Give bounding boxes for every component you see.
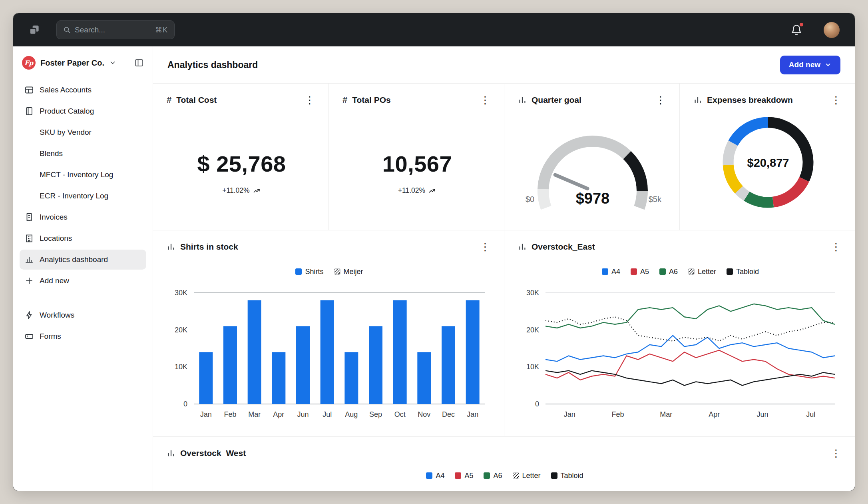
app-window: ⌘K Fp Foster Paper Co. [13,13,855,491]
kebab-menu-icon[interactable]: ⋮ [478,95,492,105]
company-switcher[interactable]: Fp Foster Paper Co. [20,54,146,74]
legend-swatch [455,472,461,479]
topbar: ⌘K [13,13,855,46]
sidebar-collapse-icon[interactable] [134,58,144,68]
legend-swatch [631,268,637,275]
sidebar-item-workflows[interactable]: Workflows [20,305,146,325]
legend-item[interactable]: Meijer [334,268,363,276]
chevron-down-icon [109,59,116,66]
sidebar-item-add-new[interactable]: Add new [20,271,146,291]
svg-text:Apr: Apr [273,410,284,418]
legend-item[interactable]: A6 [659,268,678,276]
sidebar-item-label: Forms [40,332,61,341]
sidebar-item-label: Invoices [40,213,68,222]
search-box[interactable]: ⌘K [56,20,175,39]
stat-delta: +11.02% [342,186,492,195]
legend-item[interactable]: A5 [455,472,473,480]
sidebar-item-ecr-inventory-log[interactable]: ECR - Inventory Log [20,186,146,206]
legend-item[interactable]: A5 [631,268,649,276]
quarter-goal-card: Quarter goal ⋮ $0 $5k $978 [504,84,679,230]
dashboard-grid: # Total Cost ⋮ $ 25,768 +11.02% # [153,83,855,491]
main-header: Analytics dashboard Add new [153,46,855,83]
sidebar-item-label: SKU by Vendor [40,128,92,137]
windows-overlap-icon[interactable] [28,24,40,36]
legend-item[interactable]: A4 [426,472,444,480]
legend-swatch [295,268,302,275]
overstock-east-line-chart: 010K20K30KJanFebMarAprJunJul [521,287,840,422]
legend-item[interactable]: Tabloid [551,472,583,480]
legend-swatch [688,268,695,275]
overstock-east-card: Overstock_East ⋮ A4 A5 A6 Letter Tabloid… [504,230,855,436]
search-input[interactable] [75,26,151,34]
topbar-divider [813,24,813,36]
legend-item[interactable]: A4 [602,268,620,276]
svg-text:Feb: Feb [611,410,624,418]
card-title: Expenses breakdown [707,95,793,105]
book-icon [24,106,34,116]
kebab-menu-icon[interactable]: ⋮ [829,448,843,458]
svg-text:Jul: Jul [806,410,815,418]
kebab-menu-icon[interactable]: ⋮ [829,242,843,252]
svg-text:Apr: Apr [709,410,720,418]
sidebar-item-label: ECR - Inventory Log [40,192,108,200]
hash-icon: # [342,95,347,105]
chart-legend: A4 A5 A6 Letter Tabloid [167,471,843,480]
sidebar-nav: Sales Accounts Product Catalog SKU by Ve… [20,80,146,346]
plus-icon [24,276,34,286]
svg-text:30K: 30K [175,289,187,297]
bar-chart-icon [518,96,527,104]
sidebar-item-sales-accounts[interactable]: Sales Accounts [20,80,146,100]
legend-label: Letter [522,472,541,480]
sidebar: Fp Foster Paper Co. Sales Accounts Produ… [13,46,153,491]
bar-chart-icon [167,449,175,458]
svg-text:30K: 30K [526,289,539,297]
card-title: Total Cost [176,95,217,105]
bar-chart-icon [518,242,527,251]
sidebar-item-analytics-dashboard[interactable]: Analytics dashboard [20,250,146,270]
sidebar-item-locations[interactable]: Locations [20,228,146,248]
sidebar-item-sku-by-vendor[interactable]: SKU by Vendor [20,122,146,142]
kebab-menu-icon[interactable]: ⋮ [303,95,317,105]
page-title: Analytics dashboard [167,60,258,70]
svg-text:Nov: Nov [418,410,430,418]
expenses-breakdown-card: Expenses breakdown ⋮ $20,877 [679,84,855,230]
legend-item[interactable]: Shirts [295,268,323,276]
user-avatar[interactable] [824,22,840,38]
svg-text:Oct: Oct [394,410,406,418]
shirts-in-stock-card: Shirts in stock ⋮ Shirts Meijer 010K20K3… [153,230,504,436]
legend-swatch [426,472,432,479]
sidebar-item-label: Locations [40,234,72,243]
kebab-menu-icon[interactable]: ⋮ [829,95,843,105]
sidebar-item-product-catalog[interactable]: Product Catalog [20,101,146,121]
legend-label: A5 [640,268,649,276]
legend-label: Tabloid [736,268,759,276]
svg-text:Jan: Jan [563,410,575,418]
bar-chart-icon [693,96,702,104]
sidebar-item-invoices[interactable]: Invoices [20,207,146,227]
stat-value: 10,567 [342,151,492,177]
legend-label: A6 [669,268,678,276]
company-name: Foster Paper Co. [40,58,104,68]
sidebar-item-mfct-inventory-log[interactable]: MFCT - Inventory Log [20,165,146,185]
sidebar-item-label: Product Catalog [40,107,94,116]
legend-label: Letter [698,268,716,276]
sidebar-item-forms[interactable]: Forms [20,326,146,346]
svg-text:Feb: Feb [224,410,236,418]
legend-item[interactable]: Tabloid [727,268,759,276]
notifications-bell-icon[interactable] [790,24,802,36]
sidebar-item-blends[interactable]: Blends [20,144,146,164]
legend-item[interactable]: A6 [484,472,502,480]
notification-dot [800,23,803,26]
add-new-button[interactable]: Add new [780,56,840,74]
card-title: Overstock_East [532,242,595,252]
kebab-menu-icon[interactable]: ⋮ [654,95,667,105]
nav-spacer [20,292,146,304]
svg-text:10K: 10K [175,363,187,371]
search-icon [63,26,71,34]
kebab-menu-icon[interactable]: ⋮ [478,242,492,252]
sidebar-item-label: Workflows [40,311,74,320]
card-title: Shirts in stock [180,242,238,252]
legend-item[interactable]: Letter [513,472,541,480]
legend-item[interactable]: Letter [688,268,716,276]
svg-text:0: 0 [535,400,539,408]
